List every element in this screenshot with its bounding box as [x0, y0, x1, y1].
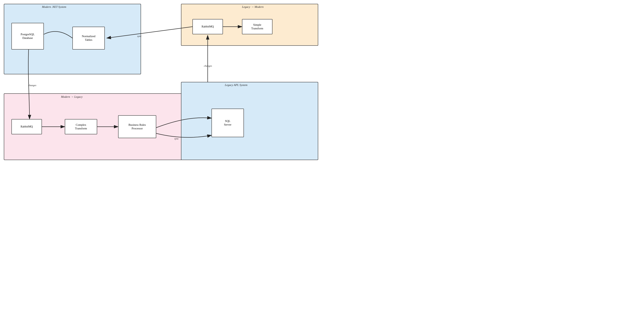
modern-legacy-label: Modern → Legacy	[61, 95, 82, 98]
sql-server-label: SQLServer	[224, 119, 231, 127]
rabbitmq-bottom-box: RabbitMQ	[12, 119, 42, 134]
rabbitmq-top-label: RabbitMQ	[202, 25, 214, 28]
modern-net-label: Modern .NET System	[42, 5, 66, 8]
business-rules-box: Business RulesProcessor	[118, 115, 156, 138]
business-rules-label: Business RulesProcessor	[128, 123, 146, 130]
complex-transform-box: ComplexTransform	[65, 119, 97, 134]
normalized-tables-box: NormalizedTables	[72, 27, 105, 50]
rabbitmq-top-box: RabbitMQ	[192, 19, 223, 34]
sync-top-label: sync	[137, 35, 142, 38]
diagram-container: Modern .NET System Legacy → Modern Moder…	[0, 0, 322, 165]
simple-transform-box: SimpleTransform	[242, 19, 272, 34]
postgresql-label: PostgreSQLDatabase	[20, 32, 34, 40]
simple-transform-label: SimpleTransform	[251, 23, 263, 30]
complex-transform-label: ComplexTransform	[75, 123, 87, 130]
legacy-apl-label: Legacy APL System	[225, 84, 248, 87]
rabbitmq-bottom-label: RabbitMQ	[20, 125, 33, 128]
region-legacy-apl	[181, 82, 318, 160]
postgresql-box: PostgreSQLDatabase	[12, 23, 44, 50]
changes-left-label: changes	[28, 84, 36, 87]
sync-bottom-label: sync	[174, 137, 179, 140]
changes-right-label: changes	[204, 64, 212, 68]
sql-server-box: SQLServer	[212, 108, 244, 137]
normalized-tables-label: NormalizedTables	[82, 34, 96, 42]
legacy-modern-label: Legacy → Modern	[242, 5, 264, 8]
